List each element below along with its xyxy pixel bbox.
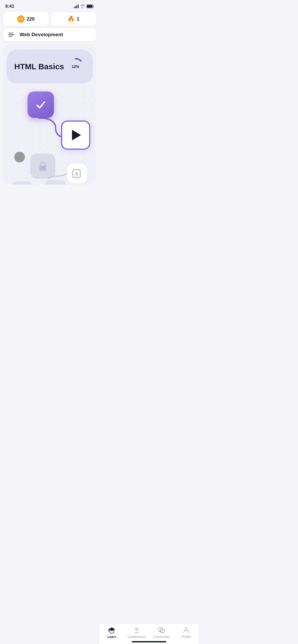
lesson-title: HTML Basics [14,62,64,71]
locked-lesson-node-2 [12,181,33,185]
svg-rect-9 [73,177,80,178]
fire-icon: 🔥 [67,16,75,22]
wifi-icon [80,4,85,8]
locked-lesson-node-1 [30,154,55,179]
coins-value: 220 [27,16,35,22]
progress-percent: 12% [72,65,79,69]
svg-text:</>: </> [19,17,23,21]
progress-circle: 12% [66,57,85,76]
streak-stat: 🔥 1 [51,12,96,26]
completed-lesson-node[interactable] [28,91,54,118]
locked-lesson-node-3 [45,180,66,185]
lock-icon [37,161,48,172]
status-time: 9:41 [5,4,14,9]
svg-point-6 [42,167,44,169]
vocab-lesson-node[interactable]: A [66,163,88,184]
battery-icon [87,4,94,8]
status-bar: 9:41 [0,0,99,11]
header: Web Development [3,28,96,41]
svg-rect-1 [87,5,92,8]
signal-icon [74,4,79,8]
menu-button[interactable] [8,33,14,36]
course-title: Web Development [20,32,63,38]
play-icon [72,130,81,140]
svg-text:A: A [75,171,78,177]
streak-value: 1 [77,16,79,22]
progress-indicator-dot [14,152,25,162]
main-content: HTML Basics 12% [3,44,96,185]
progress-card[interactable]: HTML Basics 12% [6,50,93,84]
vocab-icon: A [72,168,82,179]
learning-path: A [6,86,93,185]
coin-icon: </> [17,15,25,23]
current-lesson-node[interactable] [61,121,90,150]
coins-stat: </> 220 [3,12,49,26]
stats-bar: </> 220 🔥 1 [3,12,96,26]
status-icons [74,4,94,8]
checkmark-icon [34,98,47,111]
